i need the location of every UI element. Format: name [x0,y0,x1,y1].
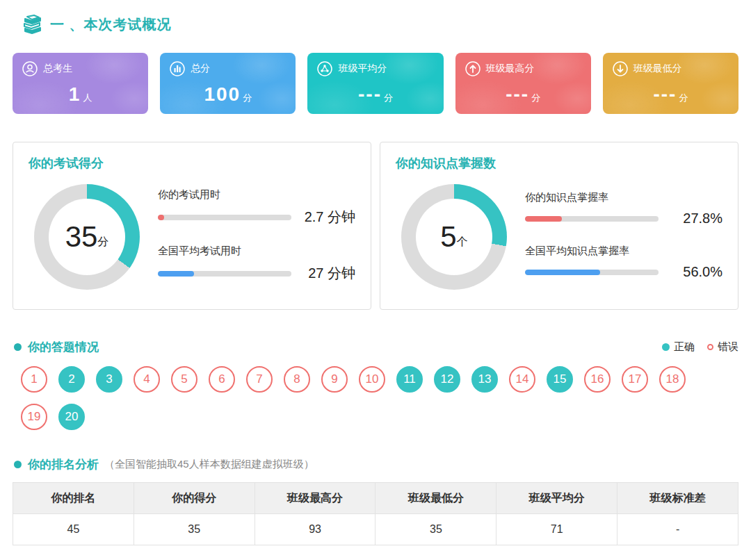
exam-score-panel-title: 你的考试得分 [29,155,355,172]
ranking-table: 你的排名你的得分班级最高分班级最低分班级平均分班级标准差 4535933571- [13,482,738,545]
stat-card-value: --- [653,83,677,105]
stat-card-unit: 分 [531,92,540,103]
bar-label: 全国平均考试用时 [158,245,355,258]
stat-cards: 总考生1人总分100分班级平均分---分班级最高分---分班级最低分---分 [13,53,738,114]
knowledge-donut: 5 个 [401,184,507,290]
legend-correct-dot-icon [662,343,670,351]
stat-card-label: 班级最高分 [486,63,535,75]
answers-title: 你的答题情况 [28,339,99,355]
bar-fill [158,271,194,277]
bar-chart-icon [170,61,185,76]
overview-panels: 你的考试得分 35 分 你的考试用时2.7 分钟全国平均考试用时27 分钟 你的… [13,142,738,310]
knowledge-panel: 你的知识点掌握数 5 个 你的知识点掌握率27.8%全国平均知识点掌握率56.0… [380,142,738,310]
bar-track [525,270,659,275]
page-header: 一 、本次考试概况 [13,14,738,35]
question-circle-18[interactable]: 18 [659,366,686,393]
stat-card-value: --- [358,83,382,105]
bar-fill [158,215,164,220]
bar-track [158,271,291,277]
question-circle-9[interactable]: 9 [321,366,348,393]
question-circle-13[interactable]: 13 [471,366,498,393]
ranking-table-value-row: 4535933571- [13,514,738,545]
question-circle-7[interactable]: 7 [246,366,273,393]
bullet-icon [14,461,22,468]
ranking-column-header: 班级最高分 [255,483,376,514]
question-circle-2[interactable]: 2 [58,366,85,393]
ranking-column-header: 你的得分 [134,483,255,514]
stat-card-value: 100 [204,83,241,105]
question-circle-11[interactable]: 11 [396,366,423,393]
question-circle-3[interactable]: 3 [96,366,122,393]
legend-label: 正确 [674,340,695,354]
bar-fill [525,216,562,222]
bar-block-1: 你的知识点掌握率27.8% [525,191,722,227]
bar-value: 27.8% [659,211,722,227]
question-circle-8[interactable]: 8 [284,366,310,393]
stat-card-label: 总考生 [43,63,72,75]
stat-card-3: 班级平均分---分 [307,53,443,114]
ranking-column-header: 班级平均分 [496,483,617,514]
exam-score-donut: 35 分 [34,184,140,290]
question-circle-17[interactable]: 17 [622,366,648,393]
question-circle-12[interactable]: 12 [434,366,460,393]
ranking-column-header: 你的排名 [13,483,134,514]
legend-label: 错误 [718,340,738,354]
ranking-column-header: 班级标准差 [617,483,738,514]
ranking-table-header-row: 你的排名你的得分班级最高分班级最低分班级平均分班级标准差 [13,483,738,514]
stat-card-4: 班级最高分---分 [455,53,591,114]
bullet-icon [14,343,22,351]
exam-time-bars: 你的考试用时2.7 分钟全国平均考试用时27 分钟 [158,188,355,283]
bar-value: 56.0% [659,264,722,280]
bar-fill [525,270,600,275]
average-icon [317,61,332,76]
ranking-cell: 35 [376,514,496,545]
question-circle-5[interactable]: 5 [171,366,197,393]
stat-card-label: 总分 [191,63,210,75]
question-circle-16[interactable]: 16 [584,366,611,393]
stat-card-value: 1 [69,83,81,105]
ranking-cell: 45 [13,514,134,545]
exam-score-unit: 分 [97,235,108,249]
question-circle-14[interactable]: 14 [509,366,535,393]
bar-label: 你的考试用时 [158,188,355,201]
bar-track [158,215,291,220]
ranking-cell: 71 [496,514,617,545]
bar-value: 27 分钟 [291,264,355,283]
question-circle-20[interactable]: 20 [58,404,85,430]
arrow-down-icon [613,61,628,76]
answers-section-head: 你的答题情况 正确错误 [13,339,738,355]
knowledge-panel-title: 你的知识点掌握数 [396,155,722,172]
question-circle-6[interactable]: 6 [209,366,235,393]
stat-card-1: 总考生1人 [13,53,148,114]
stat-card-unit: 分 [384,92,393,103]
bar-value: 2.7 分钟 [291,208,355,227]
bar-label: 全国平均知识点掌握率 [525,245,722,258]
page-title: 一 、本次考试概况 [50,15,172,34]
bar-block-2: 全国平均考试用时27 分钟 [158,245,355,283]
question-circle-4[interactable]: 4 [134,366,160,393]
stat-card-unit: 人 [83,92,92,103]
ranking-cell: 93 [255,514,376,545]
question-circle-1[interactable]: 1 [21,366,47,393]
answers-legend: 正确错误 [662,340,738,354]
answer-grid: 1234567891011121314151617181920 [13,366,722,430]
legend-wrong: 错误 [707,340,738,354]
ranking-title: 你的排名分析 [28,456,99,472]
ranking-cell: 35 [134,514,255,545]
knowledge-unit: 个 [457,235,468,249]
bar-block-1: 你的考试用时2.7 分钟 [158,188,355,227]
question-circle-10[interactable]: 10 [359,366,385,393]
stat-card-label: 班级平均分 [338,63,387,75]
stat-card-unit: 分 [679,92,688,103]
bar-block-2: 全国平均知识点掌握率56.0% [525,245,722,280]
bar-track [525,216,659,222]
legend-wrong-dot-icon [707,344,713,350]
ranking-section-head: 你的排名分析 （全国智能抽取45人样本数据组建虚拟班级） [13,456,738,472]
question-circle-15[interactable]: 15 [547,366,573,393]
legend-correct: 正确 [662,340,695,354]
bar-label: 你的知识点掌握率 [525,191,722,204]
stat-card-2: 总分100分 [160,53,296,114]
question-circle-19[interactable]: 19 [21,404,47,430]
knowledge-value: 5 [440,220,456,254]
stat-card-value: --- [506,83,529,105]
